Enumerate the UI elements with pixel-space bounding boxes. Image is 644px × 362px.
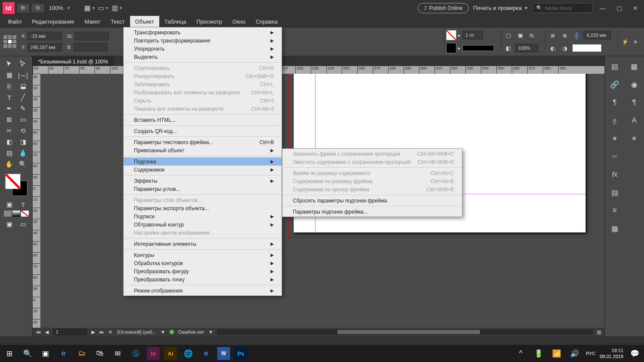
effects-icon[interactable]: ▢ bbox=[503, 30, 513, 40]
menu-item[interactable]: Контуры▶ bbox=[124, 251, 282, 259]
free-transform-tool[interactable]: ⟲ bbox=[17, 126, 30, 136]
zoom-tool[interactable]: 🔍 bbox=[17, 159, 30, 169]
menu-item[interactable]: Преобразовать точку▶ bbox=[124, 275, 282, 284]
x-input[interactable] bbox=[27, 32, 62, 40]
object-styles-icon[interactable]: ✴ bbox=[610, 133, 620, 144]
text-wrap3-icon[interactable]: ╬ bbox=[571, 30, 582, 40]
menu-item[interactable]: Обработка контуров▶ bbox=[124, 259, 282, 267]
mail-icon[interactable]: ✉ bbox=[111, 347, 125, 360]
minimize-button[interactable]: — bbox=[597, 4, 609, 12]
separations-icon[interactable]: ▤ bbox=[610, 187, 620, 198]
last-page-button[interactable]: ⏭ bbox=[99, 329, 104, 335]
format-text-icon[interactable]: T bbox=[17, 199, 30, 210]
document-tab[interactable]: *Безымянный-1.indd @ 100% bbox=[33, 57, 114, 66]
profile-label[interactable]: [Основной] (раб... bbox=[117, 329, 156, 335]
fill-swatch[interactable] bbox=[446, 30, 456, 40]
menu-item[interactable]: Параметры экспорта объекта... bbox=[124, 204, 282, 212]
align2-icon[interactable]: ◑ bbox=[559, 43, 570, 53]
page-input[interactable] bbox=[53, 329, 87, 335]
menu-Таблица[interactable]: Таблица bbox=[159, 16, 191, 27]
fill-stroke-proxy[interactable] bbox=[5, 174, 27, 196]
menu-Справка[interactable]: Справка bbox=[250, 16, 283, 27]
paragraph-icon[interactable]: ¶ bbox=[610, 97, 620, 108]
zoom-dropdown[interactable]: 100% bbox=[46, 5, 66, 11]
chrome-icon[interactable]: 🌐 bbox=[181, 347, 195, 360]
panel6-icon[interactable]: ✴ bbox=[629, 133, 639, 144]
prev-page-button[interactable]: ◀ bbox=[45, 329, 49, 335]
edge-icon[interactable]: e bbox=[57, 347, 70, 360]
text-wrap2-icon[interactable]: ≣ bbox=[559, 30, 570, 40]
menu-item[interactable]: Подписи▶ bbox=[124, 212, 282, 220]
menu-Текст[interactable]: Текст bbox=[106, 16, 130, 27]
opacity-icon[interactable]: ◧ bbox=[503, 43, 513, 53]
panel3-icon[interactable]: ◉ bbox=[629, 79, 639, 90]
view-mode-preview[interactable]: ▭ bbox=[17, 219, 30, 229]
menu-item[interactable]: Создать QR-код... bbox=[124, 127, 282, 135]
gap-tool[interactable]: |↔| bbox=[17, 70, 30, 80]
scissors-tool[interactable]: ✂ bbox=[3, 126, 16, 136]
menu-Макет[interactable]: Макет bbox=[79, 16, 106, 27]
wifi-icon[interactable]: 📶 bbox=[550, 347, 564, 360]
gap-input[interactable] bbox=[583, 31, 611, 39]
cc-libraries-icon[interactable]: ▤ bbox=[610, 61, 620, 72]
stroke-weight-input[interactable] bbox=[462, 31, 483, 39]
character-styles-icon[interactable]: A̲ bbox=[610, 115, 620, 126]
publish-online-button[interactable]: ⤴ Publish Online bbox=[418, 3, 469, 13]
menu-Файл[interactable]: Файл bbox=[3, 16, 27, 27]
preflight-status[interactable]: Ошибок нет bbox=[178, 329, 204, 335]
page-tool[interactable]: ▦ bbox=[3, 70, 16, 80]
task-view-button[interactable]: ▣ bbox=[39, 347, 52, 360]
bridge-icon[interactable]: Br bbox=[17, 4, 29, 12]
apply-none-icon[interactable] bbox=[21, 211, 29, 217]
stock-search-input[interactable]: 🔍 Adobe Stock bbox=[532, 3, 592, 13]
direct-selection-tool[interactable] bbox=[17, 59, 30, 69]
menu-icon[interactable]: ≡ bbox=[630, 36, 641, 47]
effects-panel-icon[interactable]: fx bbox=[610, 169, 620, 180]
menu-item[interactable]: Параметры текстового фрейма...Ctrl+B bbox=[124, 138, 282, 146]
menu-item[interactable]: Подгонка▶ bbox=[124, 157, 282, 166]
screen-mode-icon[interactable]: ▭ bbox=[98, 4, 104, 12]
workspace-dropdown[interactable]: Печать и проверка ▼ bbox=[473, 5, 528, 11]
horizontal-scrollbar[interactable] bbox=[217, 329, 592, 335]
opacity-input[interactable] bbox=[515, 44, 538, 52]
panel2-icon[interactable]: ▦ bbox=[629, 61, 639, 72]
gradient-feather-tool[interactable]: ◨ bbox=[17, 137, 30, 147]
align-icon[interactable]: ◐ bbox=[547, 43, 558, 53]
drop-shadow-icon[interactable]: ▣ bbox=[515, 30, 526, 40]
notifications-icon[interactable]: 💬 bbox=[628, 347, 641, 360]
content-placer-tool[interactable]: ⬓ bbox=[17, 81, 30, 91]
photoshop-taskbar-icon[interactable]: Ps bbox=[234, 347, 247, 360]
rect-frame-tool[interactable]: ⊠ bbox=[3, 115, 16, 125]
next-page-button[interactable]: ▶ bbox=[91, 329, 95, 335]
menu-item[interactable]: Эффекты▶ bbox=[124, 177, 282, 185]
open-icon[interactable]: ⭘ bbox=[108, 329, 113, 335]
menu-item[interactable]: Параметры подгонки фрейма... bbox=[283, 208, 462, 216]
pages-panel-icon[interactable]: ▫▫ bbox=[610, 151, 620, 162]
indesign-taskbar-icon[interactable]: Id bbox=[147, 347, 160, 360]
menu-item[interactable]: Вставить HTML... bbox=[124, 116, 282, 124]
eyedropper-tool[interactable]: 💧 bbox=[17, 148, 30, 158]
swatches-panel-icon[interactable]: ▦ bbox=[610, 223, 620, 234]
menu-item[interactable]: Сбросить параметры подгонки фрейма bbox=[283, 196, 462, 205]
explorer-icon[interactable]: 🗂 bbox=[75, 347, 88, 360]
word-icon[interactable]: W bbox=[217, 347, 230, 360]
menu-Просмотр[interactable]: Просмотр bbox=[191, 16, 227, 27]
fx-icon[interactable]: fx. bbox=[527, 30, 538, 40]
menu-item[interactable]: Привязанный объект▶ bbox=[124, 146, 282, 154]
menu-item[interactable]: Содержимое▶ bbox=[124, 166, 282, 174]
view-mode-normal[interactable]: ▣ bbox=[3, 219, 16, 229]
first-page-button[interactable]: ⏮ bbox=[36, 329, 41, 335]
panel4-icon[interactable]: ¶ bbox=[629, 97, 639, 108]
apply-color-icon[interactable] bbox=[4, 211, 12, 217]
volume-icon[interactable]: 🔊 bbox=[568, 347, 582, 360]
hand-tool[interactable]: ✋ bbox=[3, 159, 16, 169]
menu-item[interactable]: Параметры углов... bbox=[124, 185, 282, 193]
store-icon[interactable]: 🛍 bbox=[93, 347, 106, 360]
close-button[interactable]: ✕ bbox=[629, 4, 641, 12]
gradient-swatch-tool[interactable]: ◧ bbox=[3, 137, 16, 147]
rect-tool[interactable]: ▭ bbox=[17, 115, 30, 125]
language-indicator[interactable]: РУС bbox=[586, 351, 595, 356]
panel5-icon[interactable]: A bbox=[629, 115, 639, 126]
menu-Редактирование[interactable]: Редактирование bbox=[27, 16, 79, 27]
maximize-button[interactable]: ▢ bbox=[613, 4, 625, 12]
